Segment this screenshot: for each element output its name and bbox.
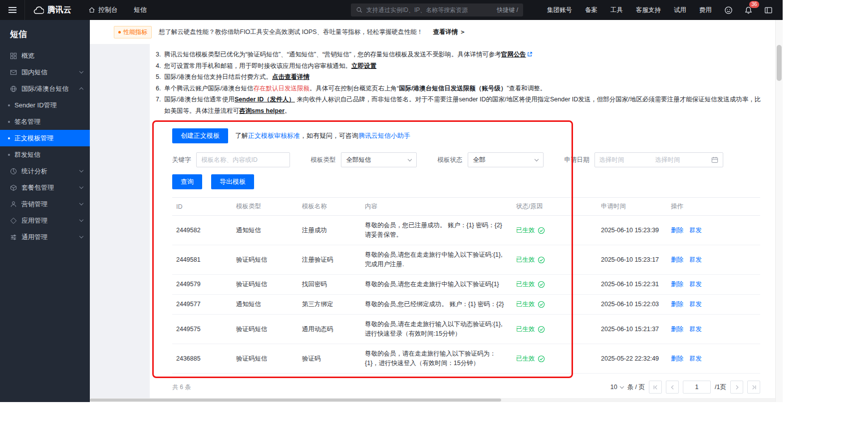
delete-link[interactable]: 删除 — [671, 301, 683, 308]
bulk-send-link[interactable]: 群发 — [689, 281, 702, 288]
create-template-button[interactable]: 创建正文模板 — [172, 128, 228, 143]
sms-helper-link[interactable]: 咨询sms helper — [239, 107, 285, 114]
sidebar-item-bulk-sms[interactable]: 群发短信 — [0, 146, 90, 163]
notice-item-3: 3. 腾讯云短信模板类型已优化为“验证码短信”、“通知短信”、“营销短信”，您的… — [156, 49, 761, 60]
official-announcement-link[interactable]: 官网公告 — [501, 51, 526, 58]
next-page-button[interactable] — [730, 381, 743, 394]
last-page-button[interactable] — [747, 381, 760, 394]
notice-item-4: 4. 您可设置常用手机和邮箱，用于即时接收该应用短信内容审核通知。立即设置 — [156, 60, 761, 72]
cell-apply-time: 2025-06-10 15:23:39 — [597, 216, 667, 245]
sidebar-item-domestic-sms[interactable]: 国内短信 — [0, 64, 90, 80]
sms-assistant-link[interactable]: 腾讯云短信小助手 — [358, 132, 410, 139]
sidebar-item-sender-id[interactable]: Sender ID管理 — [0, 97, 90, 113]
cell-type: 通知短信 — [232, 295, 298, 315]
chevron-down-icon — [534, 157, 538, 161]
topbar-menu-support[interactable]: 客服支持 — [636, 6, 661, 14]
sidebar-title: 短信 — [0, 20, 90, 47]
topbar-menu-trial[interactable]: 试用 — [674, 6, 686, 14]
content-card: 3. 腾讯云短信模板类型已优化为“验证码短信”、“通知短信”、“营销短信”，您的… — [150, 44, 775, 402]
topbar-menu-group-account[interactable]: 集团账号 — [547, 6, 572, 14]
template-status-select[interactable]: 全部 — [468, 152, 544, 167]
user-icon — [10, 201, 17, 208]
cell-name: 通用动态码 — [298, 315, 361, 344]
vertical-scrollbar[interactable] — [775, 20, 783, 402]
view-details-link[interactable]: 点击查看详情 — [272, 73, 309, 80]
delete-link[interactable]: 删除 — [671, 256, 683, 263]
cell-type: 验证码短信 — [232, 275, 298, 295]
calendar-icon — [711, 156, 718, 163]
topbar-menu-tools[interactable]: 工具 — [610, 6, 623, 14]
cell-apply-time: 2025-05-22 22:32:49 — [597, 344, 667, 374]
template-row: 2449575 验证码短信 通用动态码 尊敬的会员,请在走走旅行输入以下动态验证… — [172, 315, 760, 344]
notification-bell[interactable]: 36 — [743, 4, 754, 15]
delete-link[interactable]: 删除 — [671, 355, 683, 362]
cell-name: 注册验证码 — [298, 245, 361, 275]
cell-content: 尊敬的会员,请您在走走旅行中输入以下验证码{1} — [361, 275, 512, 295]
template-row: 2449581 验证码短信 注册验证码 尊敬的会员,请您在走走旅行中输入以下验证… — [172, 245, 760, 275]
horizontal-scrollbar-thumb[interactable] — [90, 399, 501, 402]
prev-page-button[interactable] — [666, 381, 679, 394]
status-badge: 已生效 — [516, 325, 593, 334]
search-shortcut-hint: 快捷键 / — [497, 6, 518, 14]
sidebar-item-overview[interactable]: 概览 — [0, 47, 90, 64]
sidebar-item-signature[interactable]: 签名管理 — [0, 113, 90, 130]
sidebar-item-body-template[interactable]: 正文模板管理 — [0, 130, 90, 146]
first-page-button[interactable] — [649, 381, 662, 394]
product-tab-sms[interactable]: 短信 — [126, 5, 155, 14]
delete-link[interactable]: 删除 — [671, 281, 683, 288]
bulk-send-link[interactable]: 群发 — [689, 227, 702, 234]
review-standard-link[interactable]: 正文模板审核标准 — [248, 132, 300, 139]
bulk-send-link[interactable]: 群发 — [689, 355, 702, 362]
sidebar-item-general[interactable]: 通用管理 — [0, 229, 90, 245]
header-id: ID — [172, 198, 232, 216]
sidebar-item-statistics[interactable]: 统计分析 — [0, 163, 90, 179]
chevron-down-icon — [619, 384, 623, 388]
sidebar-item-marketing[interactable]: 营销管理 — [0, 196, 90, 212]
bullet-dot — [8, 137, 10, 139]
console-home-link[interactable]: 控制台 — [80, 5, 126, 14]
chevron-down-icon — [79, 218, 83, 222]
bulk-send-link[interactable]: 群发 — [689, 301, 702, 308]
package-icon — [10, 184, 17, 191]
date-range-picker[interactable]: 选择时间 选择时间 — [594, 152, 723, 167]
page-number-input[interactable] — [683, 381, 711, 394]
cell-type: 通知短信 — [232, 216, 298, 245]
sidebar-item-application[interactable]: 应用管理 — [0, 212, 90, 229]
cell-name: 第三方绑定 — [298, 295, 361, 315]
support-smiley-icon[interactable] — [723, 4, 734, 15]
banner-detail-link[interactable]: 查看详情 ＞ — [433, 28, 466, 36]
app-window: 腾讯云 控制台 短信 支持通过实例ID、IP、名称等搜索资源 快捷键 / 集团账… — [0, 0, 783, 402]
export-template-button[interactable]: 导出模板 — [211, 174, 254, 189]
tencent-cloud-logo[interactable]: 腾讯云 — [25, 5, 80, 15]
template-type-select[interactable]: 全部短信 — [341, 152, 417, 167]
table-footer: 共 6 条 10 条 / 页 /1页 — [172, 381, 760, 394]
page-size-select[interactable]: 10 — [610, 384, 623, 391]
vertical-scrollbar-thumb[interactable] — [777, 45, 782, 81]
console-layout-icon[interactable] — [763, 4, 774, 15]
page-size-unit: 条 / 页 — [627, 383, 645, 392]
cell-content: 尊敬的会员，您已注册成功。 账户：{1} 密码：{2} 请妥善保管。 — [361, 216, 512, 245]
delete-link[interactable]: 删除 — [671, 326, 683, 333]
topbar-menu-billing[interactable]: 费用 — [699, 6, 712, 14]
cell-operations: 删除群发 — [667, 344, 760, 374]
query-button[interactable]: 查询 — [172, 174, 202, 189]
search-icon — [356, 6, 363, 13]
cell-content: 尊敬的会员，请在走走旅行输入以下验证码为：{1}，进行快速登入（有效时间：15分… — [361, 344, 512, 374]
horizontal-scrollbar[interactable] — [90, 398, 775, 402]
keyword-input[interactable] — [196, 152, 290, 167]
status-badge: 已生效 — [516, 226, 593, 235]
cell-content: 尊敬的会员,您已经绑定成功。 账户：{1} 密码：{2} — [361, 295, 512, 315]
sidebar-item-package[interactable]: 套餐包管理 — [0, 179, 90, 196]
sidebar-item-international-sms[interactable]: 国际/港澳台短信 — [0, 80, 90, 97]
hamburger-menu-icon[interactable] — [0, 0, 25, 20]
cell-id: 2436885 — [172, 344, 232, 374]
sender-id-link[interactable]: Sender ID（发件人） — [235, 96, 295, 103]
chevron-down-icon — [79, 185, 83, 189]
global-search-input[interactable]: 支持通过实例ID、IP、名称等搜索资源 快捷键 / — [351, 3, 523, 16]
bulk-send-link[interactable]: 群发 — [689, 326, 702, 333]
toolbar-hint: 了解正文模板审核标准，如有疑问，可咨询腾讯云短信小助手 — [235, 131, 410, 140]
setup-now-link[interactable]: 立即设置 — [351, 62, 376, 69]
bulk-send-link[interactable]: 群发 — [689, 256, 702, 263]
delete-link[interactable]: 删除 — [671, 227, 683, 234]
topbar-menu-icp[interactable]: 备案 — [585, 6, 597, 14]
